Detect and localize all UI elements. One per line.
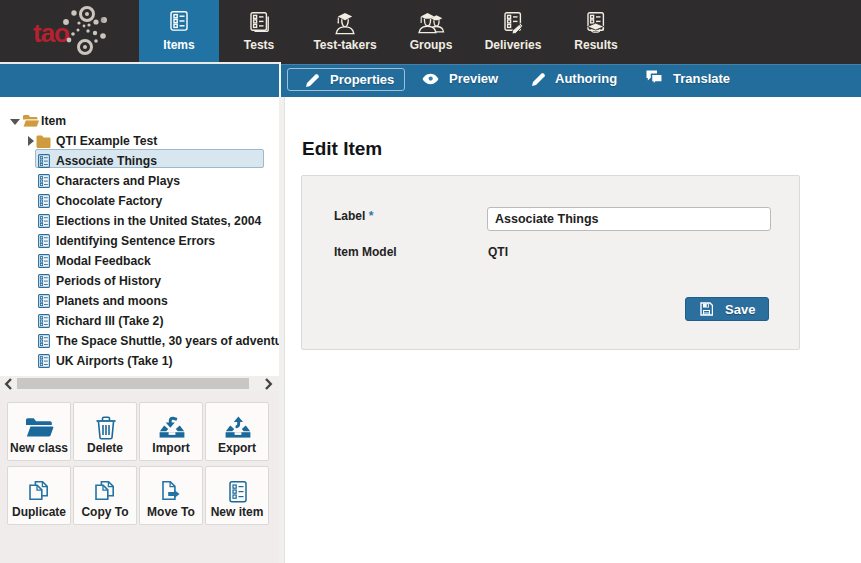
- svg-text:®: ®: [100, 17, 106, 24]
